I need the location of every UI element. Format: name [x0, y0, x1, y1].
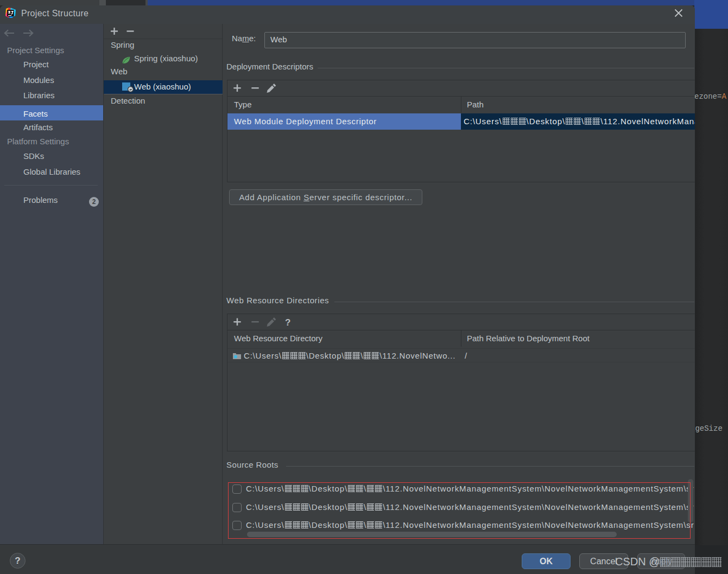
svg-text:?: ?	[285, 317, 290, 328]
